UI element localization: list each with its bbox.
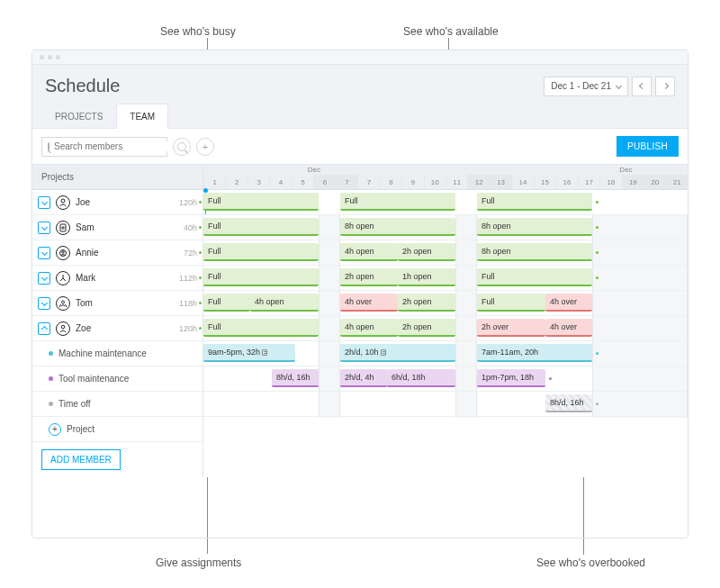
task-bar[interactable]: 9am-5pm, 32h (203, 344, 295, 362)
timeline-header: Dec Dec 12345677891011121314151617181920… (203, 165, 688, 190)
member-hours: 40h (184, 223, 197, 232)
toolbar: + PUBLISH (32, 129, 688, 165)
day-header: 15 (534, 175, 555, 189)
filter-button[interactable] (173, 138, 191, 156)
expand-toggle[interactable] (38, 322, 50, 335)
callout-overbooked: See who's overbooked (536, 556, 645, 569)
bullet-icon (49, 402, 53, 406)
schedule-bar[interactable]: 4h over (545, 294, 592, 312)
schedule-bar[interactable]: 2h open (398, 319, 455, 337)
day-header: 18 (599, 175, 621, 189)
svg-rect-1 (60, 224, 66, 231)
schedule-bar[interactable]: Full (203, 243, 319, 261)
add-button[interactable]: + (196, 138, 214, 156)
schedule-bar[interactable]: 2h open (398, 294, 455, 312)
member-hours: 120h (179, 198, 197, 207)
member-row: Annie 72h (32, 240, 202, 266)
date-prev-button[interactable] (632, 77, 652, 96)
date-next-button[interactable] (655, 77, 675, 96)
publish-button[interactable]: PUBLISH (616, 136, 679, 157)
add-project-button[interactable]: + Project (32, 417, 202, 442)
avatar (56, 195, 70, 210)
timeline-row: 8h/d, 16h 2h/d, 4h 6h/d, 18h 1pm-7pm, 18… (203, 366, 688, 392)
add-member-button[interactable]: ADD MEMBER (41, 449, 121, 470)
schedule-bar[interactable]: Full (203, 218, 319, 236)
edge-dot (199, 327, 202, 330)
schedule-bar[interactable]: 1h open (398, 268, 455, 286)
member-row: Mark 112h (32, 266, 202, 291)
edge-dot (596, 276, 598, 279)
svg-point-7 (61, 325, 65, 329)
schedule-bar[interactable]: 2h open (340, 268, 398, 286)
schedule-bar[interactable]: 4h over (340, 294, 398, 312)
schedule-bar[interactable]: Full (203, 294, 250, 312)
date-range-label: Dec 1 - Dec 21 (551, 81, 611, 91)
day-header: 16 (555, 175, 577, 189)
day-header: 7 (357, 175, 379, 189)
expand-toggle[interactable] (38, 247, 50, 259)
day-header: 13 (490, 175, 511, 189)
task-bar[interactable]: 7am-11am, 20h (477, 344, 592, 362)
timeline-row: Full 4h open 4h over 2h open Full 4h ove… (203, 291, 688, 316)
edge-dot (596, 352, 598, 355)
task-bar[interactable]: 2h/d, 4h (340, 369, 387, 387)
schedule-bar[interactable]: Full (340, 193, 455, 211)
schedule-bar[interactable]: Full (203, 268, 319, 286)
timeline-row: 8h/d, 16h (203, 392, 688, 417)
schedule-bar[interactable]: 8h open (477, 218, 592, 236)
svg-point-6 (62, 301, 65, 303)
schedule-bar[interactable]: Full (477, 294, 545, 312)
chevron-down-icon (616, 83, 622, 89)
search-input[interactable] (54, 141, 168, 151)
day-header: 11 (446, 175, 467, 189)
schedule-bar[interactable]: 8h open (340, 218, 455, 236)
task-bar[interactable]: 8h/d, 16h (545, 394, 592, 412)
member-name: Mark (76, 273, 174, 283)
schedule-bar[interactable]: 2h over (477, 319, 545, 337)
search-field[interactable] (41, 137, 167, 157)
edge-dot (549, 377, 552, 380)
schedule-bar[interactable]: 4h open (340, 319, 398, 337)
header: Schedule Dec 1 - Dec 21 (32, 65, 688, 104)
task-bar[interactable]: 8h/d, 16h (272, 369, 319, 387)
day-header: 17 (578, 175, 599, 189)
edge-dot (199, 302, 202, 304)
member-hours: 72h (184, 249, 197, 258)
tab-team[interactable]: TEAM (116, 104, 168, 129)
day-header: 19 (622, 175, 644, 189)
schedule-bar[interactable]: Full (477, 193, 592, 211)
callout-assignments: Give assignments (156, 556, 241, 569)
svg-point-0 (61, 199, 65, 203)
schedule-bar[interactable]: Full (203, 193, 319, 211)
schedule-bar[interactable]: 8h open (477, 243, 592, 261)
schedule-bar[interactable]: Full (477, 268, 592, 286)
expand-toggle[interactable] (38, 272, 50, 285)
note-icon (381, 349, 386, 356)
member-hours: 120h (179, 324, 197, 333)
note-icon (262, 349, 267, 356)
expand-toggle[interactable] (38, 196, 50, 209)
task-row: Time off (32, 392, 202, 417)
task-bar[interactable]: 1pm-7pm, 18h (477, 369, 545, 387)
member-row: Sam 40h (32, 215, 202, 240)
task-row: Tool maintenance (32, 366, 202, 392)
day-header: 3 (248, 175, 269, 189)
callout-busy: See who's busy (160, 25, 236, 38)
schedule-bar[interactable]: Full (203, 319, 319, 337)
add-project-label: Project (67, 424, 94, 434)
expand-toggle[interactable] (38, 222, 50, 234)
schedule-bar[interactable]: 4h over (545, 319, 592, 337)
task-bar[interactable]: 2h/d, 10h (340, 344, 455, 362)
expand-toggle[interactable] (38, 297, 50, 310)
schedule-grid: Projects Joe 120h Sam 40h Annie (32, 165, 688, 477)
task-bar[interactable]: 6h/d, 18h (387, 369, 455, 387)
date-range-dropdown[interactable]: Dec 1 - Dec 21 (544, 77, 628, 96)
avatar (56, 321, 70, 336)
tab-projects[interactable]: PROJECTS (41, 104, 116, 129)
day-header: 2 (225, 175, 247, 189)
app-window: Schedule Dec 1 - Dec 21 PROJECTS TEAM + (32, 50, 688, 538)
schedule-bar[interactable]: 4h open (340, 243, 398, 261)
schedule-bar[interactable]: 2h open (398, 243, 455, 261)
day-header: 9 (401, 175, 423, 189)
schedule-bar[interactable]: 4h open (250, 294, 319, 312)
